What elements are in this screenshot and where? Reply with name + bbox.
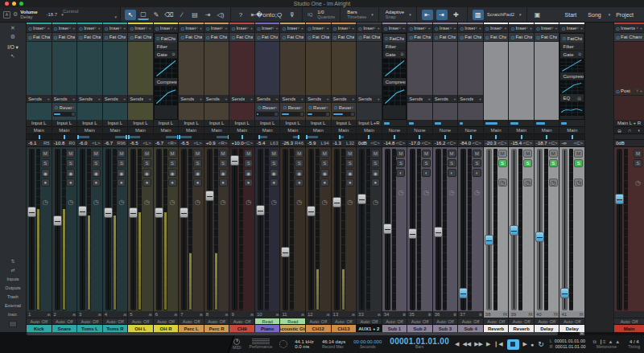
pan-value[interactable]: <C> [473,141,481,146]
automation-mode[interactable]: Auto: Off [103,318,128,324]
insert-fat-channel[interactable]: ⊙Fat Channel [484,33,509,42]
add-insert-button[interactable]: + [225,26,227,31]
pan-handle[interactable] [572,135,573,139]
pan-handle[interactable] [258,135,260,139]
channel-name[interactable]: Piano [255,324,280,332]
automation-mode[interactable]: Auto: Off [332,318,357,324]
add-send-button[interactable]: + [250,96,253,101]
pan-handle[interactable] [470,135,472,139]
pan-value[interactable]: R0 [68,141,75,146]
send-item[interactable]: ⊙Reverb˅ [332,104,356,111]
gate-section[interactable]: Gate⧉ [155,51,178,59]
record-panel-button[interactable]: 🎙 [287,10,298,20]
pan-value[interactable]: L32 [346,141,354,146]
record-arm-button[interactable]: ● [219,179,228,187]
fader-handle[interactable] [104,207,113,218]
input-route[interactable] [559,120,584,127]
time-display-button[interactable]: ◷ [498,179,507,187]
fader-handle[interactable] [383,224,392,234]
send-item[interactable]: ⊙Reverb˅ [307,104,330,111]
pan-slider[interactable] [407,134,432,140]
chevron-down-icon[interactable]: ˅ [43,26,46,31]
solo-button[interactable]: S [371,159,380,167]
channel-name[interactable]: Snare [52,324,77,332]
quantize-button[interactable]: Q [274,10,285,20]
insert-fat-channel[interactable]: ⊙Fat Channel [433,33,458,42]
fader-track[interactable] [105,149,111,310]
chevron-down-icon[interactable]: ˅ [636,26,638,31]
add-insert-button[interactable]: + [504,26,506,31]
add-insert-button[interactable]: + [640,26,642,31]
sends-header[interactable]: Sends+ [204,95,229,103]
add-insert-button[interactable]: + [98,26,101,31]
fader-handle[interactable] [510,225,518,236]
mute-tool-button[interactable]: ▤ [189,10,200,20]
record-arm-button[interactable]: ● [193,179,202,187]
midi-indicator[interactable]: MIDI [233,339,242,351]
output-route[interactable]: Main [306,127,331,134]
automation-mode[interactable]: Auto: Off [357,318,382,324]
record-arm-button[interactable]: ● [92,179,101,187]
mute-button[interactable]: M [168,150,177,158]
time-display-button[interactable]: ◷ [448,188,456,196]
output-route[interactable]: Main [154,127,179,134]
gate-section[interactable]: Gate⧉ [383,51,407,59]
channel-name[interactable]: Perc R [204,324,229,332]
input-route[interactable] [433,120,458,127]
sends-header[interactable]: Sends+ [229,95,254,103]
monitor-button[interactable]: ◉ [168,169,177,177]
pan-handle[interactable] [339,135,341,139]
record-arm-button[interactable]: ● [244,179,253,187]
add-send-button[interactable]: + [72,96,75,101]
pan-handle[interactable] [64,135,65,139]
inserts-header[interactable]: ⊙Inserts˅+ [103,24,128,33]
snap-group[interactable]: AdaptiveSnap▾ [378,7,416,22]
monitor-button[interactable]: ◉ [244,169,253,177]
insert-fat-channel[interactable]: ⊙Fat Channel [614,33,644,42]
inserts-header[interactable]: ⊙Inserts˅+ [357,24,382,33]
automation-mode[interactable]: Auto: Off [382,318,407,324]
sends-header[interactable]: Sends+ [458,95,483,103]
marker-add-icon[interactable]: ✚ [451,10,462,20]
time-display-button[interactable]: ◷ [117,198,126,206]
start-page-button[interactable]: Start [559,12,583,18]
speaker-button[interactable]: ◐ [422,169,431,177]
mute-button[interactable]: M [193,150,202,158]
time-display-button[interactable]: ◷ [66,198,75,206]
pan-value[interactable]: <C> [523,141,532,146]
automation-mode[interactable]: Auto: Off [229,318,254,324]
speaker-button[interactable]: ◐ [396,169,405,177]
pan-slider[interactable] [103,134,128,140]
send-level-slider[interactable] [53,112,76,117]
chevron-down-icon[interactable]: ˅ [221,26,224,31]
add-send-button[interactable]: + [123,96,126,101]
solo-button[interactable]: S [634,159,642,167]
pan-handle[interactable] [242,135,243,139]
filter-section[interactable]: Filter [560,43,584,51]
pan-slider[interactable] [382,134,407,140]
mute-button[interactable]: M [270,150,279,158]
pan-value[interactable]: <L> [142,141,151,146]
pan-value[interactable]: R5 [43,141,50,146]
monitor-button[interactable]: ◉ [117,169,126,177]
pan-value[interactable]: <L> [193,141,201,146]
monitor-button[interactable]: ◉ [193,169,202,177]
instrument-box-icon[interactable] [9,321,17,327]
fader-track[interactable] [283,149,288,310]
sends-header[interactable]: Sends+ [407,95,432,103]
pan-value[interactable]: <C> [421,141,430,146]
volume-value[interactable]: -15.4 [510,141,522,146]
automation-mode[interactable]: Auto: Off [509,318,534,324]
add-insert-button[interactable]: + [327,26,329,31]
pan-handle[interactable] [306,135,308,139]
sends-header[interactable]: Sends+ [433,95,458,103]
gear-icon[interactable]: ⚙ [13,11,18,18]
fader-track[interactable] [308,149,314,310]
filter-section[interactable]: Filter [383,43,407,51]
solo-button[interactable]: S [422,159,431,167]
pan-slider[interactable] [27,134,52,140]
pan-value[interactable]: <C> [447,141,456,146]
chevron-down-icon[interactable]: ˅ [501,26,503,31]
inserts-header[interactable]: ⊙Inserts˅+ [332,24,357,33]
inserts-header[interactable]: ⊙Inserts˅+ [27,24,52,33]
